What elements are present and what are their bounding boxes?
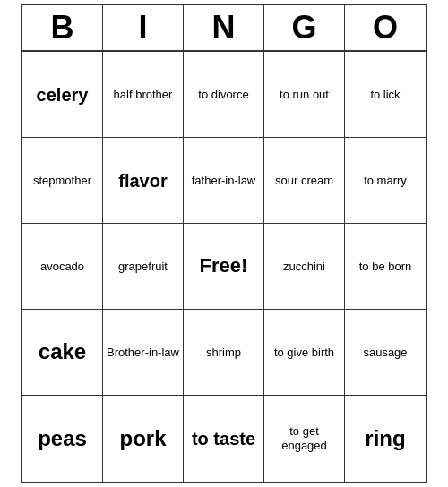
bingo-cell-23: to get engaged: [264, 396, 345, 482]
bingo-cell-6: flavor: [103, 138, 184, 224]
header-cell-o: O: [345, 5, 426, 52]
header-cell-n: N: [184, 5, 264, 52]
bingo-cell-13: zucchini: [264, 224, 345, 310]
bingo-cell-1: half brother: [103, 52, 184, 138]
cell-text-20: peas: [38, 426, 87, 452]
bingo-cell-0: celery: [22, 52, 103, 138]
bingo-cell-18: to give birth: [264, 310, 345, 396]
bingo-cell-9: to marry: [345, 138, 426, 224]
bingo-cell-16: Brother-in-law: [103, 310, 184, 396]
cell-text-3: to run out: [280, 88, 329, 102]
bingo-cell-15: cake: [22, 310, 103, 396]
bingo-cell-10: avocado: [22, 224, 103, 310]
bingo-cell-20: peas: [22, 396, 103, 482]
cell-text-1: half brother: [114, 88, 173, 102]
bingo-cell-19: sausage: [345, 310, 426, 396]
bingo-cell-21: pork: [103, 396, 184, 482]
bingo-cell-3: to run out: [264, 52, 345, 138]
bingo-cell-2: to divorce: [184, 52, 264, 138]
cell-text-7: father-in-law: [192, 174, 256, 188]
cell-text-14: to be born: [359, 260, 412, 274]
cell-text-11: grapefruit: [118, 260, 168, 274]
bingo-cell-7: father-in-law: [184, 138, 264, 224]
header-cell-b: B: [22, 5, 103, 52]
header-cell-g: G: [264, 5, 345, 52]
cell-text-17: shrimp: [206, 346, 241, 360]
cell-text-18: to give birth: [274, 346, 334, 360]
bingo-grid: celeryhalf brotherto divorceto run outto…: [22, 52, 426, 482]
header-cell-i: I: [103, 5, 184, 52]
cell-text-19: sausage: [363, 346, 407, 360]
cell-text-24: ring: [365, 426, 405, 452]
bingo-cell-5: stepmother: [22, 138, 103, 224]
bingo-board: BINGO celeryhalf brotherto divorceto run…: [21, 4, 427, 483]
bingo-cell-24: ring: [345, 396, 426, 482]
cell-text-0: celery: [37, 84, 89, 106]
cell-text-22: to taste: [192, 428, 255, 449]
cell-text-2: to divorce: [198, 88, 248, 102]
cell-text-12: Free!: [200, 254, 248, 278]
bingo-cell-14: to be born: [345, 224, 426, 310]
cell-text-21: pork: [119, 426, 166, 452]
bingo-header: BINGO: [22, 5, 426, 52]
bingo-cell-17: shrimp: [184, 310, 264, 396]
cell-text-13: zucchini: [283, 260, 325, 274]
bingo-cell-22: to taste: [184, 396, 264, 482]
bingo-cell-8: sour cream: [264, 138, 345, 224]
cell-text-8: sour cream: [275, 174, 333, 188]
cell-text-23: to get engaged: [268, 424, 340, 452]
cell-text-16: Brother-in-law: [107, 346, 179, 360]
cell-text-6: flavor: [118, 170, 167, 192]
cell-text-10: avocado: [40, 260, 84, 274]
cell-text-4: to lick: [370, 88, 400, 102]
cell-text-15: cake: [39, 339, 86, 365]
bingo-cell-11: grapefruit: [103, 224, 184, 310]
bingo-cell-12: Free!: [184, 224, 264, 310]
cell-text-5: stepmother: [33, 174, 91, 188]
cell-text-9: to marry: [364, 174, 407, 188]
bingo-cell-4: to lick: [345, 52, 426, 138]
